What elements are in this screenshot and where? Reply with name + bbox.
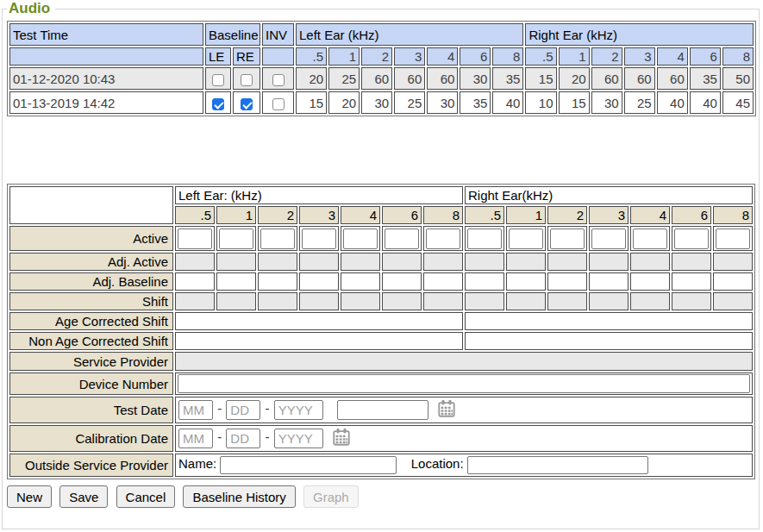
freq-header: 4 — [427, 47, 458, 66]
history-header-row-2: LE RE .5123468.5123468 — [9, 47, 754, 66]
row-label-non-age-corrected-shift: Non Age Corrected Shift — [9, 332, 173, 350]
active-threshold-input[interactable] — [467, 228, 502, 249]
active-threshold-input[interactable] — [260, 228, 295, 249]
col-left-ear: Left Ear (kHz) — [296, 23, 523, 46]
row-label-shift: Shift — [9, 292, 173, 310]
freq-header: 4 — [630, 206, 670, 224]
audio-section: Audio Test Time Baseline INV Left Ear (k… — [2, 0, 760, 529]
history-row: 01-13-2019 14:42152030253035401015302540… — [9, 91, 754, 114]
active-threshold-input[interactable] — [633, 228, 667, 249]
col-left-ear: Left Ear: (kHz) — [175, 186, 463, 204]
row-adj-baseline-cell — [216, 272, 256, 291]
outside-provider-location-input[interactable] — [467, 456, 648, 474]
save-button[interactable]: Save — [59, 485, 108, 508]
device-number-input[interactable] — [178, 374, 750, 393]
threshold-value: 25 — [328, 67, 360, 90]
row-adj-active-cell — [175, 253, 215, 271]
row-adj-active-cell — [630, 253, 670, 271]
baseline-le-checkbox[interactable] — [212, 98, 224, 110]
freq-header: 3 — [299, 206, 339, 224]
row-shift-cell — [589, 292, 629, 310]
baseline-le-checkbox-cell — [205, 91, 231, 114]
active-threshold-input[interactable] — [178, 228, 212, 249]
row-adj-baseline-cell — [713, 272, 753, 291]
threshold-value: 20 — [328, 91, 360, 114]
threshold-value: 30 — [591, 91, 622, 114]
test-date-year-input[interactable] — [274, 400, 323, 420]
active-threshold-input[interactable] — [550, 228, 585, 249]
threshold-value: 15 — [296, 91, 327, 114]
row-adj-active-cell — [216, 253, 256, 271]
active-cell — [175, 226, 215, 251]
freq-header: 2 — [547, 206, 587, 224]
active-threshold-input[interactable] — [302, 228, 336, 249]
row-adj-baseline-cell — [506, 272, 546, 291]
baseline-re-checkbox[interactable] — [241, 74, 253, 86]
row-adj-active-cell — [341, 253, 380, 271]
blank-header-cell — [262, 47, 294, 66]
new-button[interactable]: New — [7, 485, 52, 508]
outside-provider-location-label: Location: — [411, 456, 464, 471]
active-threshold-input[interactable] — [385, 228, 419, 249]
row-adj-baseline-cell — [589, 272, 629, 291]
baseline-history-button[interactable]: Baseline History — [183, 485, 295, 508]
row-outside-service-provider: Outside Service Provider Name: Location: — [9, 454, 753, 477]
baseline-re-checkbox-cell — [233, 67, 260, 90]
threshold-value: 35 — [690, 67, 721, 90]
calibration-date-month-input[interactable] — [178, 429, 213, 448]
row-label-active: Active — [9, 226, 173, 251]
baseline-re-checkbox-cell — [233, 91, 260, 114]
row-adj-baseline-cell — [672, 272, 711, 291]
row-test-date: Test Date - - — [9, 397, 753, 423]
active-cell — [423, 226, 463, 251]
active-threshold-input[interactable] — [716, 228, 750, 249]
freq-header: 3 — [589, 206, 629, 224]
row-shift-cell — [299, 292, 339, 310]
calibration-date-year-input[interactable] — [274, 429, 323, 448]
active-threshold-input[interactable] — [674, 228, 709, 249]
freq-header: 6 — [382, 206, 422, 224]
row-shift-cell — [216, 292, 256, 310]
age-corrected-shift-left-value — [175, 312, 463, 330]
inv-checkbox[interactable] — [272, 98, 285, 110]
threshold-value: 60 — [591, 67, 622, 90]
service-provider-value — [175, 352, 753, 371]
row-shift-cell — [630, 292, 670, 310]
row-adj-active-cell — [713, 253, 753, 271]
test-date-display-input[interactable] — [337, 400, 428, 420]
threshold-value: 60 — [427, 67, 458, 90]
baseline-re-checkbox[interactable] — [241, 98, 253, 110]
col-test-time: Test Time — [9, 23, 203, 46]
inv-checkbox-cell — [262, 91, 294, 114]
test-date-day-input[interactable] — [226, 400, 260, 420]
cancel-button[interactable]: Cancel — [116, 485, 176, 508]
test-date-month-input[interactable] — [178, 400, 213, 420]
threshold-value: 25 — [394, 91, 425, 114]
active-threshold-input[interactable] — [426, 228, 460, 249]
calendar-icon[interactable] — [437, 399, 456, 421]
freq-header: 2 — [258, 206, 297, 224]
inv-checkbox[interactable] — [272, 74, 285, 86]
active-threshold-input[interactable] — [591, 228, 626, 249]
freq-header: 6 — [690, 47, 721, 66]
freq-header: 1 — [506, 206, 546, 224]
test-time-value: 01-13-2019 14:42 — [9, 91, 203, 114]
outside-provider-name-input[interactable] — [220, 456, 397, 474]
calibration-date-day-input[interactable] — [226, 429, 260, 448]
calendar-icon[interactable] — [332, 428, 351, 449]
freq-header: 6 — [460, 47, 491, 66]
freq-header: 3 — [624, 47, 655, 66]
threshold-value: 20 — [559, 67, 590, 90]
active-cell — [341, 226, 380, 251]
active-threshold-input[interactable] — [219, 228, 253, 249]
active-threshold-input[interactable] — [343, 228, 378, 249]
row-adj-baseline: Adj. Baseline — [9, 272, 753, 291]
inv-checkbox-cell — [262, 67, 294, 90]
threshold-value: 15 — [559, 91, 590, 114]
active-threshold-input[interactable] — [509, 228, 543, 249]
baseline-le-checkbox-cell — [205, 67, 231, 90]
row-adj-active-cell — [672, 253, 711, 271]
row-shift-cell — [465, 292, 504, 310]
row-adj-active-cell — [589, 253, 629, 271]
baseline-le-checkbox[interactable] — [212, 74, 224, 86]
